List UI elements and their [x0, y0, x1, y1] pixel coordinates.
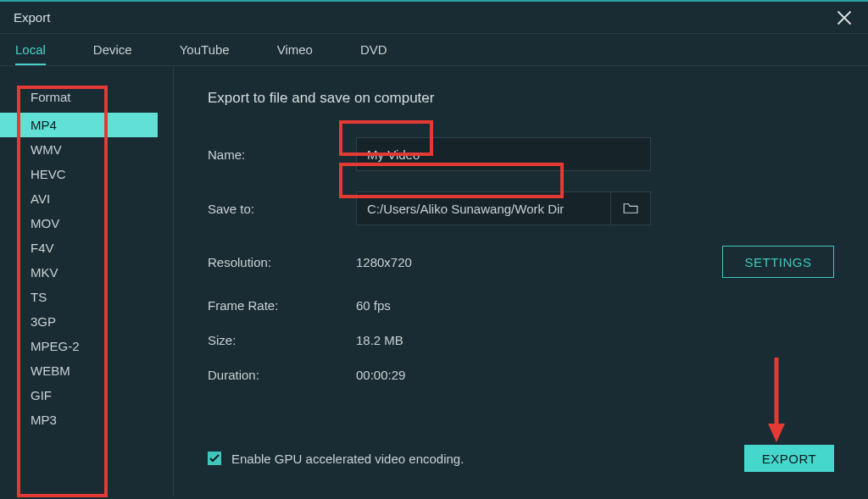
framerate-label: Frame Rate:: [208, 298, 356, 313]
format-item-ts[interactable]: TS: [0, 285, 158, 309]
name-value: My Video: [367, 147, 420, 162]
window-title: Export: [14, 10, 50, 25]
tab-dvd[interactable]: DVD: [360, 36, 387, 65]
duration-label: Duration:: [208, 368, 356, 382]
check-icon: [209, 454, 220, 463]
save-to-input[interactable]: C:/Users/Aliko Sunawang/Work Dir: [356, 191, 610, 225]
main-panel: Export to file and save on computer Name…: [174, 66, 868, 497]
browse-button[interactable]: [610, 191, 651, 225]
name-label: Name:: [208, 147, 356, 162]
format-item-webm[interactable]: WEBM: [0, 358, 158, 383]
name-input[interactable]: My Video: [356, 137, 651, 171]
format-item-mp3[interactable]: MP3: [0, 408, 158, 432]
tab-local[interactable]: Local: [15, 36, 46, 65]
format-item-mpeg2[interactable]: MPEG-2: [0, 334, 158, 358]
save-to-label: Save to:: [208, 202, 356, 216]
framerate-value: 60 fps: [356, 298, 391, 313]
format-item-wmv[interactable]: WMV: [0, 137, 158, 162]
format-item-mp4[interactable]: MP4: [0, 113, 158, 137]
settings-button[interactable]: SETTINGS: [722, 246, 834, 278]
size-label: Size:: [208, 333, 356, 347]
size-value: 18.2 MB: [356, 333, 403, 347]
resolution-value: 1280x720: [356, 255, 412, 269]
duration-value: 00:00:29: [356, 368, 405, 382]
format-item-mov[interactable]: MOV: [0, 211, 158, 236]
tab-youtube[interactable]: YouTube: [180, 36, 230, 65]
panel-heading: Export to file and save on computer: [208, 90, 834, 107]
folder-icon: [623, 202, 638, 214]
format-item-gif[interactable]: GIF: [0, 383, 158, 408]
titlebar: Export: [0, 0, 868, 34]
format-item-3gp[interactable]: 3GP: [0, 309, 158, 334]
tab-bar: Local Device YouTube Vimeo DVD: [0, 34, 868, 66]
format-heading: Format: [0, 86, 173, 113]
close-icon[interactable]: [836, 9, 853, 26]
format-item-avi[interactable]: AVI: [0, 186, 158, 211]
format-item-f4v[interactable]: F4V: [0, 236, 158, 260]
save-to-value: C:/Users/Aliko Sunawang/Work Dir: [367, 202, 564, 216]
gpu-checkbox[interactable]: [208, 452, 221, 465]
format-sidebar: Format MP4 WMV HEVC AVI MOV F4V MKV TS 3…: [0, 66, 174, 497]
export-button[interactable]: EXPORT: [744, 445, 834, 472]
format-item-mkv[interactable]: MKV: [0, 260, 158, 285]
format-item-hevc[interactable]: HEVC: [0, 162, 158, 186]
resolution-label: Resolution:: [208, 255, 356, 269]
gpu-label: Enable GPU accelerated video encoding.: [231, 452, 464, 466]
tab-vimeo[interactable]: Vimeo: [277, 36, 313, 65]
tab-device[interactable]: Device: [93, 36, 132, 65]
